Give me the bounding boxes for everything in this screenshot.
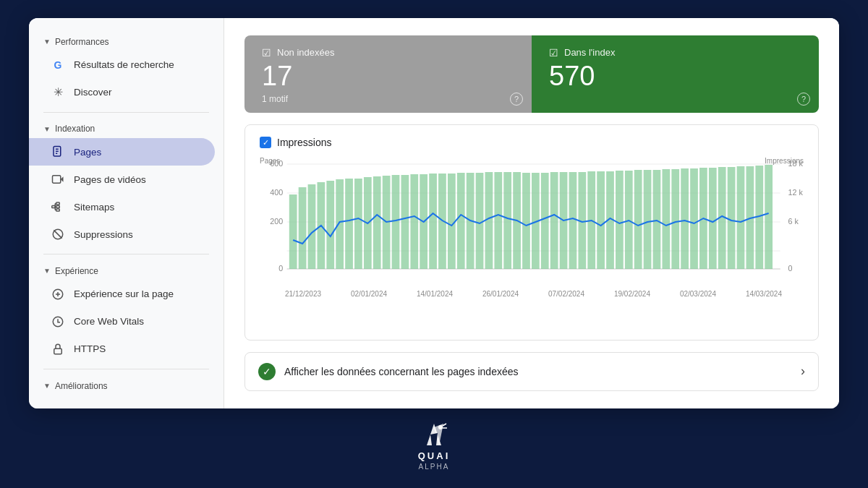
svg-rect-9 xyxy=(56,209,60,211)
sidebar-item-sitemaps-label: Sitemaps xyxy=(74,202,114,213)
sidebar-item-pages-label: Pages xyxy=(74,147,101,158)
svg-rect-80 xyxy=(709,168,717,269)
svg-point-90 xyxy=(438,425,443,429)
sidebar-item-suppressions-label: Suppressions xyxy=(74,229,133,240)
svg-text:400: 400 xyxy=(270,189,283,197)
svg-rect-36 xyxy=(299,187,307,269)
card-non-indexees-number: 17 xyxy=(262,61,514,92)
x-label-6: 02/03/2024 xyxy=(680,290,716,298)
chart-area: Pages Impressions 600 400 200 0 xyxy=(260,157,804,287)
svg-text:12 k: 12 k xyxy=(788,189,804,197)
sidebar-item-core-web-vitals[interactable]: Core Web Vitals xyxy=(29,308,215,335)
svg-rect-72 xyxy=(634,170,642,269)
section-ameliorations[interactable]: ▼ Améliorations xyxy=(29,375,224,395)
lock-icon xyxy=(51,342,65,356)
video-icon xyxy=(51,172,65,187)
chart-x-labels: 21/12/2023 02/01/2024 14/01/2024 26/01/2… xyxy=(260,287,804,298)
svg-rect-60 xyxy=(522,173,530,269)
svg-text:6 k: 6 k xyxy=(788,218,799,226)
card-non-indexees-subtitle: 1 motif xyxy=(262,94,514,104)
sidebar-item-resultats[interactable]: G Résultats de recherche xyxy=(29,51,215,79)
svg-rect-82 xyxy=(728,167,736,269)
svg-rect-21 xyxy=(54,348,62,354)
card-dans-index: ☑ Dans l'index 570 ? xyxy=(532,35,819,114)
svg-rect-7 xyxy=(56,202,60,205)
svg-rect-44 xyxy=(373,176,381,269)
section-indexation[interactable]: ▼ Indexation xyxy=(29,118,224,138)
experience-icon xyxy=(51,287,65,301)
sidebar-item-experience-page[interactable]: Expérience sur la page xyxy=(29,281,215,308)
svg-rect-4 xyxy=(53,176,61,184)
sidebar-item-discover[interactable]: ✳ Discover xyxy=(29,79,215,106)
sidebar-item-pages-videos-label: Pages de vidéos xyxy=(74,174,146,185)
svg-rect-53 xyxy=(457,173,465,269)
footer-logo: QUAI ALPHA xyxy=(416,420,452,471)
sidebar-item-resultats-label: Résultats de recherche xyxy=(74,59,174,70)
svg-rect-48 xyxy=(410,174,418,269)
bottom-link[interactable]: ✓ Afficher les données concernant les pa… xyxy=(244,352,819,391)
card-dans-index-help[interactable]: ? xyxy=(797,93,810,106)
sidebar-item-experience-page-label: Expérience sur la page xyxy=(74,288,174,299)
asterisk-icon: ✳ xyxy=(51,85,65,100)
chevron-ameliorations: ▼ xyxy=(43,382,51,390)
x-label-5: 19/02/2024 xyxy=(614,290,650,298)
svg-text:0: 0 xyxy=(278,265,283,273)
svg-rect-47 xyxy=(401,175,409,269)
sidebar: ▼ Performances G Résultats de recherche … xyxy=(29,18,224,408)
sidebar-item-https-label: HTTPS xyxy=(74,343,106,354)
google-icon: G xyxy=(51,58,65,72)
svg-rect-37 xyxy=(308,184,316,269)
sitemap-icon xyxy=(51,200,65,214)
chart-checkbox[interactable]: ✓ xyxy=(260,137,271,148)
section-performances[interactable]: ▼ Performances xyxy=(29,31,224,51)
svg-rect-58 xyxy=(503,172,511,269)
svg-rect-76 xyxy=(671,169,679,269)
chart-title: Impressions xyxy=(277,137,331,148)
wolf-logo-icon xyxy=(416,420,452,449)
sidebar-item-suppressions[interactable]: Suppressions xyxy=(29,221,215,248)
x-label-4: 07/02/2024 xyxy=(548,290,584,298)
bottom-link-text: Afficher les données concernant les page… xyxy=(284,366,519,377)
svg-rect-55 xyxy=(476,173,484,269)
card-non-indexees-help[interactable]: ? xyxy=(510,93,523,106)
chart-section: ✓ Impressions Pages Impressions xyxy=(244,124,819,340)
chart-y-right-label: Impressions xyxy=(765,157,804,165)
chart-header: ✓ Impressions xyxy=(260,137,804,148)
section-indexation-label: Indexation xyxy=(55,124,95,134)
sidebar-item-pages[interactable]: Pages xyxy=(29,138,215,166)
footer-logo-sub: ALPHA xyxy=(419,463,450,471)
sidebar-item-https[interactable]: HTTPS xyxy=(29,335,215,363)
main-window: ▼ Performances G Résultats de recherche … xyxy=(29,18,839,408)
section-experience[interactable]: ▼ Expérience xyxy=(29,260,224,281)
chevron-experience: ▼ xyxy=(43,267,51,275)
svg-rect-41 xyxy=(345,179,353,269)
svg-rect-78 xyxy=(690,168,698,269)
x-label-3: 26/01/2024 xyxy=(482,290,519,298)
svg-rect-86 xyxy=(765,165,773,269)
x-label-2: 14/01/2024 xyxy=(417,290,453,298)
chevron-indexation: ▼ xyxy=(43,125,51,133)
sidebar-item-discover-label: Discover xyxy=(74,87,112,98)
chart-y-left-label: Pages xyxy=(260,157,280,165)
x-label-7: 14/03/2024 xyxy=(746,290,782,298)
sidebar-item-pages-videos[interactable]: Pages de vidéos xyxy=(29,166,215,193)
checkbox-dans-index: ☑ xyxy=(549,47,558,59)
suppress-icon xyxy=(51,227,65,241)
svg-rect-46 xyxy=(392,175,400,269)
svg-rect-8 xyxy=(56,206,60,208)
chevron-right-icon: › xyxy=(801,364,805,379)
svg-rect-68 xyxy=(597,171,605,269)
section-performances-label: Performances xyxy=(55,37,109,47)
section-ameliorations-label: Améliorations xyxy=(55,381,108,391)
svg-rect-40 xyxy=(336,179,344,269)
card-dans-index-number: 570 xyxy=(549,61,801,92)
svg-rect-52 xyxy=(448,174,456,269)
svg-rect-75 xyxy=(662,169,670,269)
checkbox-non-indexees: ☑ xyxy=(262,47,271,59)
card-dans-index-title: ☑ Dans l'index xyxy=(549,47,801,59)
card-non-indexees-title: ☑ Non indexées xyxy=(262,47,514,59)
svg-rect-62 xyxy=(541,173,549,269)
section-experience-label: Expérience xyxy=(55,266,98,276)
svg-rect-57 xyxy=(494,172,502,269)
sidebar-item-sitemaps[interactable]: Sitemaps xyxy=(29,193,215,221)
